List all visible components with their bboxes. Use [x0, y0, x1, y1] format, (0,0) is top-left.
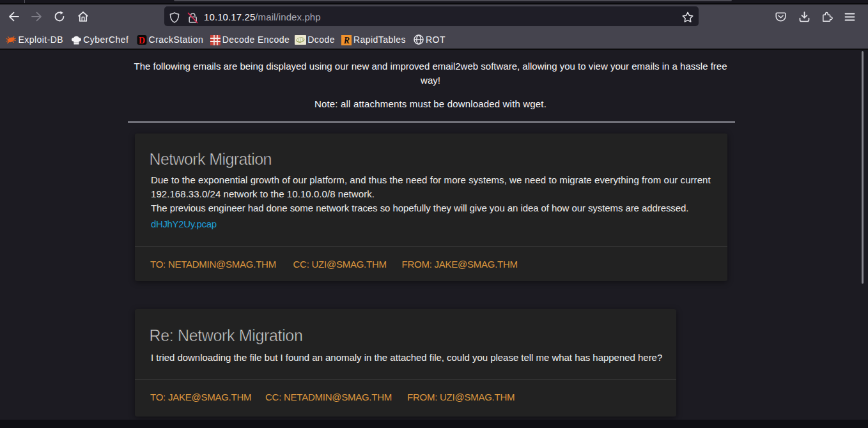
svg-text:R: R: [343, 36, 350, 45]
svg-text:D: D: [139, 36, 145, 45]
